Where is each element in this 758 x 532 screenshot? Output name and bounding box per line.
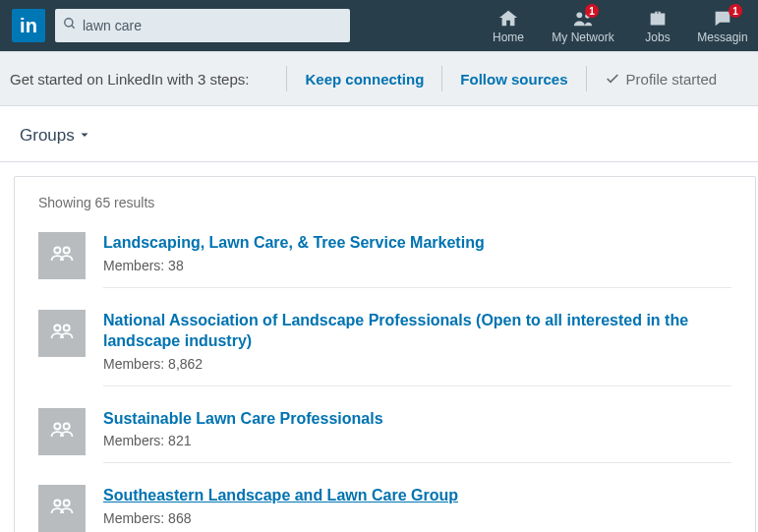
- nav-jobs[interactable]: Jobs: [620, 0, 695, 51]
- separator: [286, 66, 287, 91]
- results-list: Landscaping, Lawn Care, & Tree Service M…: [38, 224, 731, 532]
- result-body: Landscaping, Lawn Care, & Tree Service M…: [103, 232, 731, 288]
- result-title[interactable]: Southeastern Landscape and Lawn Care Gro…: [103, 485, 731, 506]
- separator: [441, 66, 442, 91]
- search-input[interactable]: [83, 18, 342, 33]
- group-icon: [48, 318, 76, 349]
- home-icon: [497, 8, 519, 30]
- network-badge: 1: [585, 4, 599, 18]
- result-members: Members: 8,862: [103, 356, 731, 372]
- top-nav: in Home 1 My Network Jobs 1 Messagin: [0, 0, 758, 51]
- result-body: Sustainable Lawn Care ProfessionalsMembe…: [103, 408, 731, 464]
- result-body: National Association of Landscape Profes…: [103, 310, 731, 386]
- nav-network-label: My Network: [552, 31, 613, 43]
- svg-point-11: [64, 501, 70, 506]
- svg-line-1: [72, 26, 75, 29]
- group-thumb: [38, 485, 86, 532]
- nav-home[interactable]: Home: [471, 0, 546, 51]
- group-icon: [48, 240, 76, 271]
- result-row: National Association of Landscape Profes…: [38, 302, 731, 400]
- check-icon: [605, 71, 620, 87]
- nav-messaging[interactable]: 1 Messagin: [695, 0, 750, 51]
- profile-started-label: Profile started: [626, 71, 718, 88]
- svg-point-2: [576, 12, 582, 18]
- group-thumb: [38, 310, 86, 357]
- result-row: Sustainable Lawn Care ProfessionalsMembe…: [38, 400, 731, 478]
- svg-point-9: [64, 423, 70, 429]
- svg-point-5: [64, 247, 70, 253]
- svg-point-10: [54, 501, 60, 506]
- result-body: Southeastern Landscape and Lawn Care Gro…: [103, 485, 731, 532]
- linkedin-logo[interactable]: in: [12, 9, 45, 42]
- search-icon: [63, 17, 77, 34]
- filter-label: Groups: [20, 126, 75, 146]
- group-thumb: [38, 232, 86, 279]
- result-row: Southeastern Landscape and Lawn Care Gro…: [38, 477, 731, 532]
- get-started-bar: Get started on LinkedIn with 3 steps: Ke…: [0, 51, 758, 106]
- result-members: Members: 38: [103, 258, 731, 273]
- svg-point-4: [54, 247, 60, 253]
- briefcase-icon: [647, 8, 669, 30]
- messaging-badge: 1: [729, 4, 742, 18]
- nav-jobs-label: Jobs: [645, 31, 670, 43]
- result-members: Members: 821: [103, 433, 731, 448]
- follow-sources-link[interactable]: Follow sources: [460, 71, 567, 88]
- nav-home-label: Home: [493, 31, 524, 43]
- group-thumb: [38, 408, 86, 455]
- caret-down-icon: [79, 126, 90, 146]
- nav-items: Home 1 My Network Jobs 1 Messagin: [471, 0, 750, 51]
- results-count: Showing 65 results: [38, 195, 731, 210]
- svg-point-0: [65, 19, 73, 27]
- group-icon: [48, 493, 76, 524]
- linkedin-logo-text: in: [20, 15, 37, 37]
- result-members: Members: 868: [103, 510, 731, 526]
- result-title[interactable]: National Association of Landscape Profes…: [103, 310, 731, 352]
- separator: [586, 66, 587, 91]
- nav-messaging-label: Messagin: [697, 31, 747, 43]
- keep-connecting-link[interactable]: Keep connecting: [305, 71, 424, 88]
- nav-network[interactable]: 1 My Network: [546, 0, 620, 51]
- svg-point-6: [54, 325, 60, 330]
- result-title[interactable]: Sustainable Lawn Care Professionals: [103, 408, 731, 430]
- results-area: Showing 65 results Landscaping, Lawn Car…: [0, 162, 758, 532]
- search-box[interactable]: [55, 9, 350, 42]
- filter-dropdown[interactable]: Groups: [0, 106, 758, 161]
- group-icon: [48, 416, 76, 447]
- result-row: Landscaping, Lawn Care, & Tree Service M…: [38, 224, 731, 302]
- result-title[interactable]: Landscaping, Lawn Care, & Tree Service M…: [103, 232, 731, 254]
- svg-point-8: [54, 423, 60, 429]
- svg-point-7: [64, 325, 70, 330]
- profile-started-step: Profile started: [605, 71, 718, 88]
- results-card: Showing 65 results Landscaping, Lawn Car…: [14, 176, 756, 532]
- get-started-text: Get started on LinkedIn with 3 steps:: [10, 71, 268, 88]
